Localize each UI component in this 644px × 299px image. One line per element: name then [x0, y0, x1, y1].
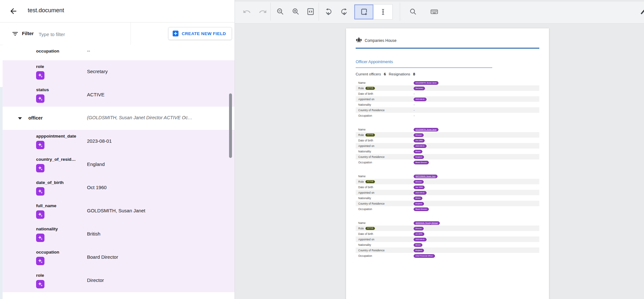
annotation-pill[interactable]: 2023-08-01	[414, 144, 427, 148]
record-row: OccupationChief Financial Officer	[356, 253, 539, 258]
resignations-label: Resignations	[389, 72, 410, 76]
bounding-box-add-tool-icon[interactable]	[354, 5, 373, 19]
section-title: Officer Appointments	[356, 60, 393, 64]
annotation-pill[interactable]: Chief Financial Officer	[414, 254, 435, 258]
annotation-pill[interactable]: Board Director	[414, 161, 429, 164]
annotation-pill[interactable]: WATCHMAN, Susan Jane	[414, 175, 437, 178]
officer-record: NameJENNINGS, Timothy MichaelRoleACTIVED…	[356, 220, 539, 258]
annotation-pill[interactable]: GOLDSMITH, Susan Janet	[414, 81, 438, 85]
record-row: Country of ResidenceEngland	[356, 247, 539, 253]
annotation-pill[interactable]: GOLDSMITH, Susan Janet	[414, 128, 438, 131]
code-view-icon[interactable]	[306, 7, 315, 16]
annotation-pill[interactable]: Board Director	[414, 207, 429, 211]
field-row-occupation[interactable]: occupationBoard Director	[3, 246, 235, 269]
record-row: Country of Residence-	[356, 107, 539, 113]
ai-sparkle-icon	[36, 71, 44, 80]
create-new-field-button[interactable]: CREATE NEW FIELD	[168, 27, 232, 40]
record-row: RoleACTIVEDirector	[356, 132, 539, 138]
keyboard-icon[interactable]	[430, 7, 438, 16]
record-row-value: GOLDSMITH, Susan Janet	[414, 81, 537, 85]
field-row-full_name[interactable]: full_nameGOLDSMITH, Susan Janet	[3, 199, 235, 223]
record-row-label: Date of birth	[358, 139, 414, 142]
field-value: 2023-08-01	[87, 138, 112, 144]
field-label: status	[36, 87, 49, 92]
record-row-value: British	[414, 150, 537, 153]
record-row: NameGOLDSMITH, Susan Janet	[356, 127, 539, 132]
annotation-pill[interactable]: Apr 1958	[414, 186, 425, 189]
field-group-row-officer[interactable]: officer(GOLDSMITH, Susan Janet Director …	[3, 107, 235, 130]
field-value: GOLDSMITH, Susan Janet	[87, 208, 145, 213]
undo-icon[interactable]	[243, 7, 251, 16]
field-row-nationality[interactable]: nationalityBritish	[3, 223, 235, 246]
record-row-value: Director	[414, 227, 537, 230]
record-row-label: Appointed on	[358, 238, 414, 241]
annotation-pill[interactable]: Director	[414, 133, 424, 137]
record-row-value: -	[414, 92, 537, 95]
status-annotation-pill[interactable]: ACTIVE	[365, 227, 375, 230]
record-row-value: 2023-08-01	[414, 237, 537, 241]
field-row-role[interactable]: roleDirector	[3, 269, 235, 292]
annotation-pill[interactable]: Jul 1975	[414, 232, 424, 236]
field-label: officer	[28, 115, 43, 121]
field-row-apppointment_date[interactable]: apppointment_date2023-08-01	[3, 130, 235, 153]
toolbar-separator	[319, 3, 319, 21]
annotation-pill[interactable]: JENNINGS, Timothy Michael	[414, 221, 440, 225]
record-row: Country of ResidenceEngland	[356, 154, 539, 159]
annotation-pill[interactable]: Oct 1960	[414, 139, 425, 142]
record-row-label: Occupation	[358, 114, 414, 117]
rotate-right-icon[interactable]	[340, 7, 348, 16]
annotation-pill[interactable]: 2023-08-01	[414, 98, 427, 101]
record-row-label: Date of birth	[358, 232, 414, 236]
search-icon[interactable]	[409, 7, 417, 16]
redo-icon[interactable]	[259, 7, 267, 16]
record-row: Country of ResidenceEngland	[356, 201, 539, 206]
annotation-pill[interactable]: 2023-08-01	[414, 238, 427, 241]
current-officers-count: 6	[384, 72, 386, 76]
rotate-left-icon[interactable]	[324, 7, 333, 16]
record-row-value: 2023-08-01	[414, 144, 537, 148]
records: NameGOLDSMITH, Susan JanetRoleACTIVESecr…	[356, 80, 539, 267]
royal-crest-icon	[356, 37, 362, 43]
annotation-pill[interactable]: Secretary	[414, 87, 425, 90]
annotation-pill[interactable]: Director	[414, 180, 424, 184]
annotation-pill[interactable]: British	[414, 197, 422, 200]
record-row: Date of birthJul 1975	[356, 231, 539, 236]
field-value: Director	[87, 277, 104, 283]
record-row-value: Apr 1958	[414, 185, 537, 189]
annotation-pill[interactable]: British	[414, 243, 422, 247]
record-row-label: Nationality	[358, 150, 414, 153]
record-row: Nationality-	[356, 102, 539, 107]
ai-sparkle-icon	[36, 94, 44, 103]
annotation-pill[interactable]: England	[414, 249, 424, 252]
status-annotation-pill[interactable]: ACTIVE	[365, 133, 375, 137]
field-row-occupation[interactable]: occupation--	[3, 45, 235, 60]
panel-scrollbar-thumb[interactable]	[229, 93, 232, 158]
collapse-triangle-icon[interactable]	[18, 117, 22, 120]
zoom-out-icon[interactable]	[276, 7, 284, 16]
current-officers-label: Current officers	[356, 72, 381, 76]
status-annotation-pill[interactable]: ACTIVE	[365, 180, 375, 183]
zoom-in-icon[interactable]	[292, 7, 300, 16]
annotation-pill[interactable]: 2023-08-01	[414, 191, 427, 195]
annotation-pill[interactable]: Director	[414, 227, 424, 230]
record-row-value: Director	[414, 133, 537, 137]
ai-sparkle-icon	[36, 210, 44, 219]
annotation-pill[interactable]: England	[414, 155, 424, 159]
filter-input[interactable]	[38, 29, 126, 39]
record-row-label: Occupation	[358, 207, 414, 211]
field-row-status[interactable]: statusACTIVE	[3, 83, 235, 107]
field-row-role[interactable]: roleSecretary	[3, 60, 235, 83]
annotation-pill[interactable]: British	[414, 150, 422, 153]
empty-value: -	[414, 103, 415, 106]
field-label: occupation	[36, 49, 59, 53]
panel-header: test.document	[0, 0, 235, 23]
fields-panel: test.document Filter CREATE NEW FIELD oc…	[0, 0, 235, 299]
back-arrow-icon[interactable]	[9, 7, 18, 15]
field-row-country_of_resid…[interactable]: country_of_resid…England	[3, 153, 235, 176]
field-row-date_of_birth[interactable]: date_of_birthOct 1960	[3, 176, 235, 199]
status-annotation-pill[interactable]: ACTIVE	[365, 87, 375, 90]
toolbar-separator	[270, 3, 271, 21]
record-row-label: Appointed on	[358, 191, 414, 194]
annotation-pill[interactable]: England	[414, 202, 424, 206]
text-select-tool-icon[interactable]	[373, 5, 392, 19]
